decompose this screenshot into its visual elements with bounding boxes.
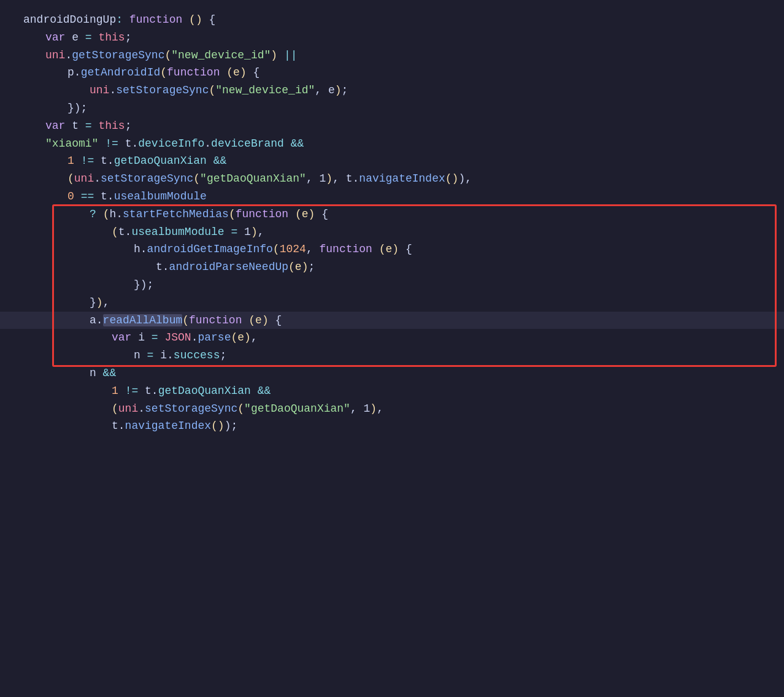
code-tokens: uni.setStorageSync("new_device_id", e);: [90, 82, 784, 99]
code-line: });: [0, 99, 784, 117]
code-editor: androidDoingUp: function () {var e = thi…: [0, 0, 784, 697]
code-tokens: }),: [90, 294, 784, 312]
code-line: uni.setStorageSync("new_device_id", e);: [0, 82, 784, 99]
code-line: n &&: [0, 364, 784, 382]
code-tokens: 0 == t.usealbumModule: [67, 188, 784, 206]
code-tokens: t.androidParseNeedUp(e);: [156, 258, 784, 276]
code-line: var e = this;: [0, 29, 784, 47]
code-line: 1 != t.getDaoQuanXian &&: [0, 382, 784, 400]
code-line: 0 == t.usealbumModule: [0, 188, 784, 206]
code-tokens: n = i.success;: [134, 347, 784, 364]
code-line: t.navigateIndex());: [0, 417, 784, 435]
code-line: androidDoingUp: function () {: [0, 11, 784, 29]
code-tokens: (t.usealbumModule = 1),: [112, 223, 784, 241]
code-tokens: var i = JSON.parse(e),: [112, 329, 784, 347]
code-line: var i = JSON.parse(e),: [0, 329, 784, 347]
code-tokens: h.androidGetImageInfo(1024, function (e)…: [134, 241, 784, 258]
code-tokens: androidDoingUp: function () {: [23, 11, 784, 29]
code-line: uni.getStorageSync("new_device_id") ||: [0, 47, 784, 64]
code-line: (uni.setStorageSync("getDaoQuanXian", 1)…: [0, 170, 784, 188]
code-tokens: (uni.setStorageSync("getDaoQuanXian", 1)…: [112, 400, 784, 418]
code-line: var t = this;: [0, 117, 784, 135]
code-line: }),: [0, 294, 784, 312]
code-line: "xiaomi" != t.deviceInfo.deviceBrand &&: [0, 135, 784, 153]
code-tokens: p.getAndroidId(function (e) {: [67, 64, 784, 82]
code-tokens: });: [134, 276, 784, 294]
code-tokens: var t = this;: [45, 117, 784, 135]
code-tokens: "xiaomi" != t.deviceInfo.deviceBrand &&: [45, 135, 784, 153]
code-line: ? (h.startFetchMedias(function (e) {: [0, 206, 784, 223]
code-line: });: [0, 276, 784, 294]
code-tokens: });: [67, 99, 784, 117]
code-line: h.androidGetImageInfo(1024, function (e)…: [0, 241, 784, 258]
code-line: a.readAllAlbum(function (e) {: [0, 312, 784, 329]
code-line: p.getAndroidId(function (e) {: [0, 64, 784, 82]
code-line: (uni.setStorageSync("getDaoQuanXian", 1)…: [0, 400, 784, 418]
code-line: (t.usealbumModule = 1),: [0, 223, 784, 241]
code-line: 1 != t.getDaoQuanXian &&: [0, 152, 784, 170]
code-line: n = i.success;: [0, 347, 784, 364]
code-tokens: 1 != t.getDaoQuanXian &&: [67, 152, 784, 170]
code-tokens: t.navigateIndex());: [112, 417, 784, 435]
code-tokens: (uni.setStorageSync("getDaoQuanXian", 1)…: [67, 170, 784, 188]
code-tokens: a.readAllAlbum(function (e) {: [90, 312, 784, 329]
code-tokens: uni.getStorageSync("new_device_id") ||: [45, 47, 784, 64]
code-tokens: 1 != t.getDaoQuanXian &&: [112, 382, 784, 400]
code-tokens: n &&: [90, 364, 784, 382]
code-tokens: ? (h.startFetchMedias(function (e) {: [90, 206, 784, 223]
code-line: t.androidParseNeedUp(e);: [0, 258, 784, 276]
code-tokens: var e = this;: [45, 29, 784, 47]
